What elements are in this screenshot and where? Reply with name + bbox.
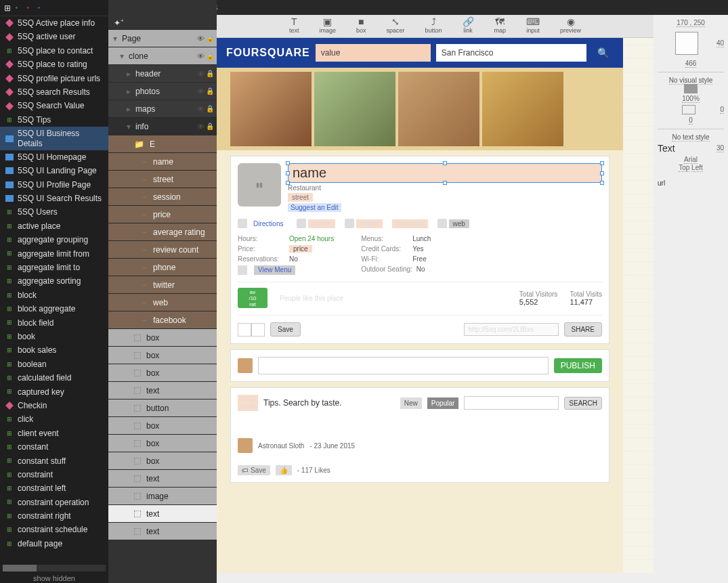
tree-item[interactable]: 5SQ profile picture urls [0,72,108,85]
eye-icon[interactable]: 👁 [197,70,205,78]
project-tree[interactable]: 5SQ Active place info5SQ active user⊞5SQ… [0,16,108,565]
tool-box[interactable]: ■box [356,16,366,37]
outline-row[interactable]: 📁E [108,135,217,153]
lock-icon[interactable]: 🔒 [206,70,214,77]
photo-3[interactable] [398,72,479,146]
tool-input[interactable]: ⌨input [526,16,540,37]
tree-item[interactable]: ⊞5SQ Tips [0,113,108,127]
valign-value[interactable]: Top [679,164,689,172]
font-value[interactable]: Arial [684,156,698,164]
tips-new-tab[interactable]: New [400,397,422,409]
tree-item[interactable]: ⊞block aggregate [0,302,108,316]
tool-link[interactable]: 🔗link [463,16,474,37]
fontsize-value[interactable]: 30 [716,144,724,152]
outline-row[interactable]: box [108,417,217,435]
tree-item[interactable]: ⊞book [0,330,108,343]
eye-icon[interactable]: 👁 [197,52,205,60]
tree-item[interactable]: 5SQ search Results [0,85,108,99]
share-url[interactable]: http://5sq.com/2LtBxs [464,323,559,336]
photo-1[interactable] [230,72,312,146]
tree-item[interactable]: ⊞constraint [0,468,108,481]
tool-button[interactable]: ⤴button [425,16,442,37]
publish-button[interactable]: PUBLISH [554,358,602,373]
tree-item[interactable]: 5SQ Search Value [0,99,108,112]
review-count-field[interactable]: revie count [238,395,258,411]
halign-value[interactable]: Left [691,164,703,172]
tree-item[interactable]: ⊞constraint operation [0,496,108,509]
tree-item[interactable]: ⊞constraint schedule [0,523,108,536]
lock-icon[interactable]: 🔒 [206,52,214,60]
tree-item[interactable]: ⊞constant [0,440,108,454]
tree-item[interactable]: 5SQ UI Profile Page [0,178,108,192]
tool-preview[interactable]: ◉preview [560,16,581,37]
lock-icon[interactable]: 🔒 [206,35,214,42]
outline-row[interactable]: →phone [108,259,217,276]
canvas-stage[interactable]: FOURSQUARE 🔍 🗑 ▮▮ name [217,38,654,573]
outline-row[interactable]: image [108,488,217,505]
tree-item[interactable]: ⊞constraint right [0,509,108,523]
eye-icon[interactable]: 👁 [197,35,205,43]
tree-item[interactable]: 5SQ UI Search Results [0,192,108,205]
outline-row[interactable]: →street [108,171,217,188]
tip-save-button[interactable]: 🏷 Save [238,465,270,475]
tree-item[interactable]: 5SQ UI Homepage [0,150,108,164]
street-field[interactable]: street [288,193,313,202]
photo-2[interactable] [314,72,395,146]
width-value[interactable]: 466 [685,60,697,68]
photo-4[interactable] [482,72,563,146]
lock-icon[interactable]: 🔒 [206,105,214,112]
search-value-input[interactable] [316,44,431,62]
eye-icon[interactable]: 👁 [197,87,205,95]
tree-item[interactable]: ⊞aggregate limit from [0,247,108,261]
tree-item[interactable]: 5SQ UI Business Details [0,127,108,150]
tree-item[interactable]: ⊞calculated field [0,371,108,385]
tree-item[interactable]: ⊞constant stuff [0,454,108,468]
notext-label[interactable]: No text style [672,133,709,142]
eye-icon[interactable]: 👁 [197,123,205,131]
tree-item[interactable]: 5SQ place to rating [0,58,108,71]
tips-search-button[interactable]: SEARCH [564,397,602,410]
show-hidden-link[interactable]: show hidden [0,571,108,583]
outline-row[interactable]: box [108,329,217,347]
tree-item[interactable]: ⊞active place [0,219,108,233]
outline-row[interactable]: text [108,382,217,400]
tool-image[interactable]: ▣image [319,16,336,37]
tree-item[interactable]: ⊞5SQ Users [0,205,108,219]
outline-row[interactable]: text [108,505,217,523]
tree-item[interactable]: ⊞click [0,412,108,426]
h-scrollbar[interactable] [3,565,106,571]
tips-popular-tab[interactable]: Popular [427,397,458,409]
facebook-field[interactable]: facebook [392,219,428,228]
tip-like-button[interactable]: 👍 [276,465,292,475]
radius-value[interactable]: 0 [689,116,693,125]
lock-icon[interactable]: 🔒 [206,123,214,130]
opacity-value[interactable]: 100% [682,95,700,103]
suggest-edit-link[interactable]: Suggest an Edit [288,203,341,212]
tree-item[interactable]: ⊞client event [0,427,108,440]
eye-icon[interactable]: 👁 [197,105,205,113]
directions-link[interactable]: Directions [249,219,287,228]
web-field[interactable]: web [449,219,469,228]
tree-item[interactable]: 5SQ UI Landing Page [0,164,108,177]
border-swatch[interactable] [682,105,695,114]
tips-search-input[interactable] [464,396,559,410]
tree-item[interactable]: ⊞aggregate limit to [0,261,108,274]
outline-row[interactable]: →session [108,188,217,206]
outline-row[interactable]: ▸maps👁🔒 [108,100,217,118]
outline-row[interactable]: box [108,347,217,364]
price-value[interactable]: price [289,245,312,253]
tree-item[interactable]: ⊞captured key [0,385,108,399]
tree-item[interactable]: Checkin [0,399,108,412]
outline-row[interactable]: button [108,400,217,417]
outline-row[interactable]: →average rating [108,223,217,241]
outline-row[interactable]: →web [108,294,217,311]
tree-item[interactable]: ⊞5SQ place to contact [0,44,108,58]
outline-row[interactable]: →name [108,153,217,171]
outline-add-row[interactable]: ✦+ [108,15,217,30]
publish-input[interactable] [258,357,549,374]
outline-row[interactable]: text [108,523,217,540]
tree-item[interactable]: ⊞book sales [0,343,108,357]
like-dislike-buttons[interactable] [238,323,265,337]
twitter-field[interactable]: twitter [356,219,383,228]
outline-row[interactable]: →twitter [108,276,217,294]
